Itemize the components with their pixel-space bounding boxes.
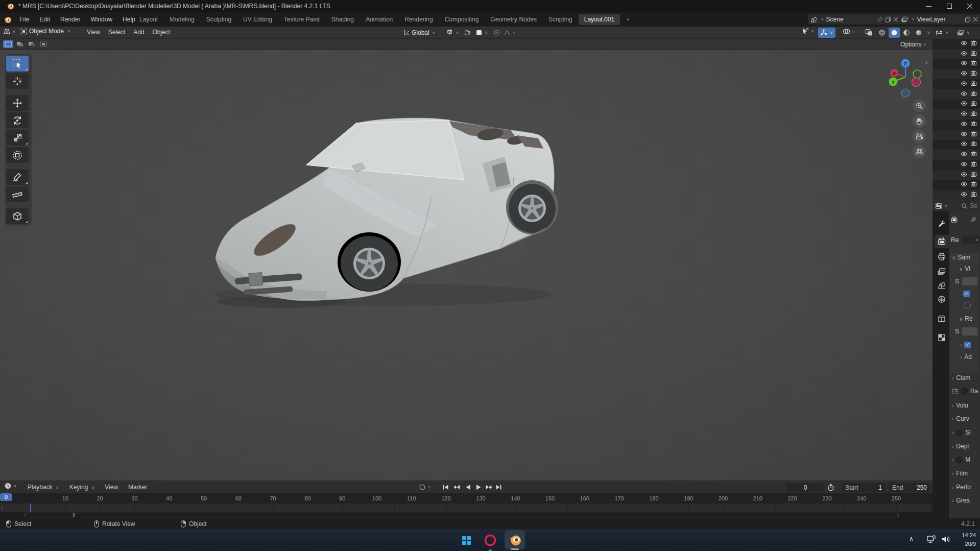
subsection-viewport[interactable]: ∨Vi [950,262,979,272]
camera-view-button[interactable] [913,130,926,143]
scene-selector[interactable]: ∨ Scene [808,14,901,25]
view-layer-selector[interactable]: ∨ ViewLayer [899,14,980,25]
pan-button[interactable] [913,114,926,128]
select-mode-subtract[interactable] [27,40,37,48]
properties-section-m[interactable]: ›M [952,456,970,463]
outliner-row[interactable] [933,89,980,100]
blender-taskbar-icon[interactable] [505,530,525,549]
camera-toggle-icon[interactable] [970,191,977,199]
eye-icon[interactable] [961,121,967,129]
workspace-tab-texture-paint[interactable]: Texture Paint [278,14,325,25]
tool-options-dropdown[interactable]: Options ∨ [900,39,926,50]
add-workspace-button[interactable]: + [620,14,635,25]
blender-menu-button[interactable] [3,12,12,27]
properties-section-si[interactable]: ›Si [952,429,971,436]
viewport-menu-add[interactable]: Add [129,27,148,38]
properties-section-grea[interactable]: ›Grea [952,497,970,504]
eye-icon[interactable] [961,151,967,159]
outliner-row[interactable] [933,119,980,130]
properties-editor-icon[interactable] [935,203,943,209]
outliner-row[interactable] [933,160,980,170]
show-gizmo-toggle[interactable]: ∨ [818,28,835,38]
outliner-row[interactable] [933,190,980,200]
eye-icon[interactable] [961,50,967,58]
select-mode-invert[interactable] [38,40,49,48]
outliner-row[interactable] [933,109,980,119]
outliner-row[interactable] [933,79,980,89]
eye-icon[interactable] [961,40,967,48]
auto-keying-toggle[interactable]: ∨ [419,484,431,491]
outliner-row[interactable] [933,69,980,79]
mode-selector[interactable]: Object Mode ∨ [20,28,71,35]
select-visibility-dropdown[interactable]: ∨ [802,28,815,35]
workspace-tab-scripting[interactable]: Scripting [543,14,578,25]
tool-cursor[interactable] [6,73,29,89]
eye-icon[interactable] [961,100,967,108]
menu-file[interactable]: File [14,12,34,27]
outliner-row[interactable] [933,49,980,59]
workspace-tab-geometry-nodes[interactable]: Geometry Nodes [485,14,542,25]
outliner-row[interactable] [933,150,980,160]
tool-annotate[interactable] [6,169,29,185]
camera-toggle-icon[interactable] [970,121,977,129]
properties-tab-scene[interactable] [935,279,949,292]
eye-icon[interactable] [961,131,967,139]
radio-unchecked-icon[interactable] [964,302,971,309]
copy-icon[interactable] [965,16,971,22]
outliner-row[interactable] [933,59,980,69]
transport-jump-end[interactable] [495,484,503,491]
timeline-scrollbar[interactable] [25,513,899,517]
proportional-falloff-icon[interactable] [493,29,500,38]
taskbar-clock[interactable]: 14:24 20/9 [962,531,976,548]
tool-move[interactable] [6,95,29,111]
frame-end-field[interactable]: End 250 [889,483,930,492]
transform-orientation-dropdown[interactable]: Global ∨ [401,28,437,38]
sidebar-collapse-arrow[interactable]: ‹ [925,58,927,66]
viewport-menu-view[interactable]: View [83,27,104,38]
search-icon[interactable] [961,203,968,209]
shading-rendered-button[interactable] [913,28,924,38]
transport-play-reverse[interactable] [464,484,472,491]
network-icon[interactable] [926,534,937,544]
tray-chevron-up-icon[interactable]: ∧ [909,535,914,542]
search-placeholder[interactable]: Se [970,202,977,209]
timeline-ruler[interactable]: 1020304050607080901001101201301401501601… [0,493,933,504]
camera-toggle-icon[interactable] [970,110,977,118]
eye-icon[interactable] [961,161,967,169]
eye-icon[interactable] [961,140,967,149]
select-mode-new[interactable] [3,40,13,48]
orthographic-toggle-button[interactable] [913,145,926,158]
properties-tab-world[interactable] [935,293,949,306]
timeline-expander[interactable]: › [1,505,3,510]
scene-name[interactable]: Scene [826,16,875,23]
menu-window[interactable]: Window [85,12,117,27]
eye-icon[interactable] [961,110,967,118]
outliner-row[interactable] [933,100,980,110]
timeline-menu-view[interactable]: View [100,481,123,493]
eye-icon[interactable] [961,90,967,99]
outliner-row[interactable] [933,170,980,180]
camera-toggle-icon[interactable] [970,131,977,139]
navigation-gizmo[interactable]: Z X Y [889,49,922,100]
speaker-icon[interactable] [941,534,951,544]
eye-icon[interactable] [961,181,967,189]
transport-play[interactable] [475,484,483,491]
properties-tab-collection[interactable] [935,312,949,325]
falloff-curve-dropdown[interactable]: ∨ [504,29,516,36]
outliner-row[interactable] [933,140,980,150]
shading-material-button[interactable] [901,28,912,38]
properties-section-perfo[interactable]: ›Perfo [952,484,971,491]
shading-wireframe-button[interactable] [876,28,888,38]
chevron-down-icon[interactable]: ∨ [945,31,949,35]
car-model[interactable] [204,115,562,309]
properties-section-film[interactable]: ›Film [952,470,968,477]
gizmo-z-neg-axis[interactable] [901,89,910,97]
properties-tab-texture[interactable] [935,331,949,344]
properties-section-curv[interactable]: ›Curv [952,415,969,422]
chevron-down-icon[interactable]: ∨ [944,204,948,208]
zoom-button[interactable] [913,99,926,112]
transport-next-keyframe[interactable] [485,484,493,491]
properties-section-dept[interactable]: ›Dept [952,443,969,450]
eye-icon[interactable] [961,80,967,88]
camera-toggle-icon[interactable] [970,171,977,179]
